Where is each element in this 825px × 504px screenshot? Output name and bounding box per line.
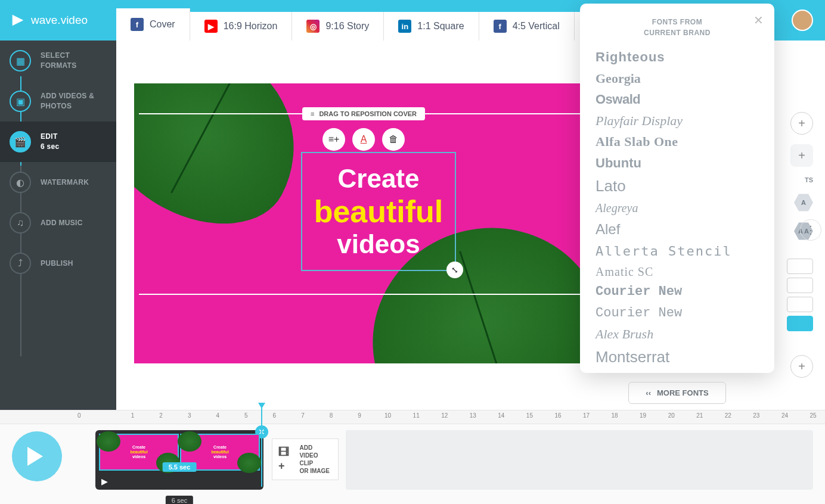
font-option[interactable]: Georgia [596, 70, 759, 88]
chevron-left-icon: ‹‹ [646, 388, 651, 397]
rail-slot[interactable] [787, 259, 813, 274]
step-label: EDIT6 sec [41, 132, 60, 152]
video-clip[interactable]: ✕ Createbeautifulvideos Createbeautifulv… [95, 430, 263, 490]
font-option[interactable]: Alfa Slab One [596, 133, 759, 151]
font-picker-popup: ✕ FONTS FROMCURRENT BRAND RighteousGeorg… [580, 4, 774, 373]
clip-duration-badge: 5.5 sec [163, 462, 197, 472]
text-line-1: Create [338, 164, 420, 194]
wave-logo-icon [10, 12, 26, 29]
more-fonts-label: MORE FONTS [657, 388, 709, 397]
clip-play-button[interactable]: ▶ [101, 477, 108, 486]
tab-square[interactable]: in1:1 Square [384, 12, 479, 41]
tab-horizontal[interactable]: ▶16:9 Horizon [190, 12, 293, 41]
add-panel-button[interactable]: + [790, 144, 813, 167]
step-select-formats[interactable]: ▦SELECT FORMATS [0, 41, 116, 81]
font-option[interactable]: Courier New [596, 284, 759, 301]
step-watermark[interactable]: ◐WATERMARK [0, 162, 116, 203]
instagram-icon: ◎ [306, 20, 320, 33]
youtube-icon: ▶ [204, 20, 218, 33]
add-clip-label: ADD VIDEO CLIP OR IMAGE [299, 444, 332, 475]
tab-label: 4:5 Vertical [513, 21, 560, 32]
font-option[interactable]: Righteous [596, 49, 759, 66]
font-option[interactable]: Ubuntu [596, 155, 759, 172]
step-label: WATERMARK [41, 178, 89, 188]
tab-vertical[interactable]: f4:5 Vertical [479, 12, 575, 41]
rail-slot-active[interactable] [787, 316, 813, 331]
font-option[interactable]: Lato [596, 176, 759, 197]
brand-name: wave.video [31, 14, 88, 27]
canvas[interactable]: ≡DRAG TO REPOSITION COVER ≡+ A 🗑 Create … [134, 83, 593, 363]
empty-track[interactable] [346, 430, 813, 490]
rail-section-label: TS [805, 176, 813, 183]
music-icon: ♫ [10, 212, 31, 234]
font-option[interactable]: Oswald [596, 91, 759, 108]
text-line-3: videos [337, 229, 420, 259]
add-button[interactable]: + [790, 112, 813, 135]
font-option[interactable]: Alegreya [596, 200, 759, 216]
step-music[interactable]: ♫ADD MUSIC [0, 203, 116, 243]
more-fonts-button[interactable]: ‹‹MORE FONTS [628, 382, 725, 404]
add-clip-button[interactable]: 🎞+ ADD VIDEO CLIP OR IMAGE [272, 438, 339, 480]
step-label: ADD MUSIC [41, 218, 83, 228]
right-rail: + + TS A A A + [787, 112, 813, 378]
facebook-icon: f [494, 20, 507, 33]
reposition-text: DRAG TO REPOSITION COVER [319, 110, 417, 117]
rail-slots [787, 259, 813, 331]
watermark-icon: ◐ [10, 172, 31, 193]
edit-icon: 🎬 [10, 131, 31, 153]
play-button[interactable] [12, 431, 62, 481]
font-option[interactable]: Amatic SC [596, 264, 759, 279]
step-label: SELECT FORMATS [41, 51, 107, 71]
tab-label: Cover [150, 19, 175, 30]
facebook-icon: f [131, 18, 144, 31]
more-options[interactable]: ⋮ [800, 219, 821, 241]
rail-slot[interactable] [787, 278, 813, 293]
font-popup-title: FONTS FROMCURRENT BRAND [596, 17, 759, 38]
logo[interactable]: wave.video [0, 0, 116, 41]
formats-icon: ▦ [10, 50, 31, 71]
share-icon: ⤴ [10, 253, 31, 274]
text-color-button[interactable]: A [352, 128, 375, 151]
font-option[interactable]: Montserrat [596, 347, 759, 368]
drag-icon: ≡ [311, 110, 314, 117]
close-icon[interactable]: ✕ [753, 13, 764, 27]
tab-story[interactable]: ◎9:16 Story [292, 12, 384, 41]
step-publish[interactable]: ⤴PUBLISH [0, 243, 116, 284]
playhead[interactable] [261, 408, 262, 487]
tab-cover[interactable]: fCover [116, 8, 190, 41]
media-icon: ▣ [10, 91, 31, 112]
timeline: 1234567891011121314151617181920212223242… [0, 410, 825, 504]
step-edit[interactable]: 🎬EDIT6 sec [0, 122, 116, 162]
leaf-decoration [134, 83, 328, 254]
add-button-bottom[interactable]: + [790, 355, 813, 378]
guide-line [139, 294, 588, 295]
tab-label: 1:1 Square [417, 21, 464, 32]
resize-handle[interactable]: ⤡ [446, 262, 463, 278]
ruler-scale: 1234567891011121314151617181920212223242… [104, 410, 813, 425]
font-option[interactable]: Courier New [596, 305, 759, 322]
timeline-ruler[interactable]: 1234567891011121314151617181920212223242… [0, 410, 825, 424]
text-element[interactable]: Create beautiful videos ⤡ [301, 152, 456, 271]
user-avatar[interactable] [792, 10, 813, 31]
tab-label: 16:9 Horizon [224, 21, 278, 32]
step-add-videos[interactable]: ▣ADD VIDEOS & PHOTOS [0, 81, 116, 122]
font-option[interactable]: Playfair Display [596, 113, 759, 130]
clip-total-duration: 6 sec [166, 496, 193, 504]
delete-button[interactable]: 🗑 [382, 128, 405, 151]
ruler-zero: 0 [77, 412, 81, 419]
workflow-sidebar: ▦SELECT FORMATS ▣ADD VIDEOS & PHOTOS 🎬ED… [0, 41, 116, 410]
step-label: ADD VIDEOS & PHOTOS [41, 91, 107, 111]
tab-label: 9:16 Story [325, 21, 369, 32]
style-group: A [794, 193, 813, 212]
add-text-button[interactable]: ≡+ [322, 128, 345, 151]
rail-slot[interactable] [787, 297, 813, 312]
reposition-label[interactable]: ≡DRAG TO REPOSITION COVER [302, 107, 425, 120]
add-clip-icon: 🎞+ [278, 446, 294, 474]
linkedin-icon: in [398, 20, 411, 33]
font-option[interactable]: Allerta Stencil [596, 243, 759, 260]
font-option[interactable]: Alex Brush [596, 326, 759, 343]
style-hex-a[interactable]: A [794, 193, 813, 212]
font-option[interactable]: Alef [596, 220, 759, 238]
text-toolbar: ≡+ A 🗑 [322, 128, 405, 151]
step-label: PUBLISH [41, 259, 73, 269]
